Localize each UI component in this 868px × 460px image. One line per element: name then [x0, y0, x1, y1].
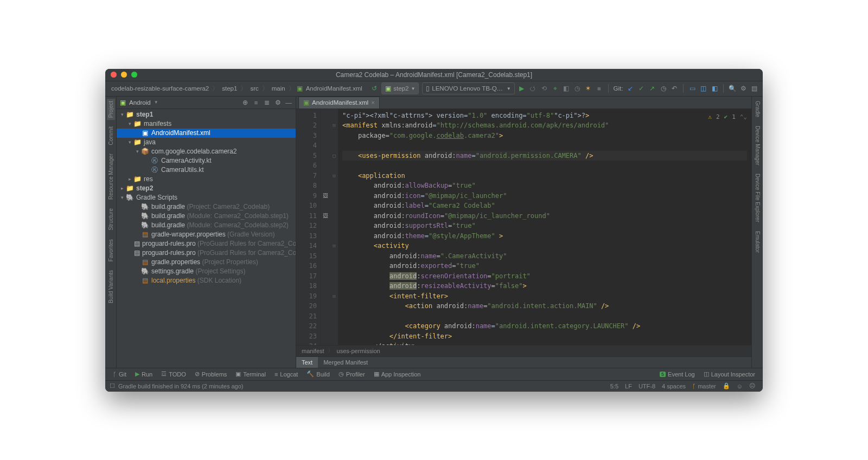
git-branch[interactable]: ᚴ master: [689, 383, 719, 389]
app-inspection-tool-button[interactable]: ▦App Inspection: [371, 370, 424, 378]
resource-manager-tool-button[interactable]: Resource Manager: [107, 151, 115, 202]
collapse-all-icon[interactable]: ≣: [263, 99, 271, 106]
project-tree[interactable]: ▾📁step1 ▾📁manifests ▣AndroidManifest.xml…: [117, 109, 296, 368]
file-node[interactable]: build.gradle: [151, 203, 185, 210]
resource-manager-icon[interactable]: ◧: [711, 84, 718, 93]
run-config-dropdown[interactable]: ▣ step2 ▼: [381, 82, 419, 94]
sdk-manager-icon[interactable]: ◫: [699, 84, 707, 93]
module-node[interactable]: step2: [136, 184, 153, 192]
device-manager-tool-button[interactable]: Device Manager: [754, 124, 762, 168]
folder-node[interactable]: res: [144, 175, 153, 183]
settings-icon[interactable]: ⚙: [739, 84, 747, 93]
select-opened-file-icon[interactable]: ⊕: [241, 99, 249, 106]
maximize-window-button[interactable]: [131, 72, 137, 78]
branch-icon: ᚴ: [113, 371, 117, 378]
close-tab-icon[interactable]: ×: [371, 99, 374, 106]
file-node[interactable]: CameraActivity.kt: [161, 157, 211, 164]
run-tool-button[interactable]: ▶Run: [132, 370, 156, 378]
file-node[interactable]: gradle-wrapper.properties: [151, 231, 226, 238]
expand-all-icon[interactable]: ≡: [252, 99, 260, 106]
breadcrumb-item[interactable]: src: [248, 85, 260, 92]
file-node[interactable]: gradle.properties: [151, 258, 200, 266]
attach-debugger-icon[interactable]: ✶: [584, 84, 592, 93]
breadcrumb-item[interactable]: codelab-resizable-surface-camera2: [110, 85, 210, 92]
gradle-scripts-node[interactable]: Gradle Scripts: [136, 194, 177, 201]
profiler-tool-button[interactable]: ◷Profiler: [335, 370, 368, 378]
gradle-tool-button[interactable]: Gradle: [754, 99, 762, 119]
commit-tool-button[interactable]: Commit: [107, 124, 115, 147]
account-icon[interactable]: ▤: [751, 84, 758, 93]
logcat-tool-button[interactable]: ≡Logcat: [271, 371, 301, 378]
editor-tab[interactable]: ▣ AndroidManifest.xml ×: [298, 97, 380, 108]
build-variants-tool-button[interactable]: Build Variants: [107, 268, 115, 305]
file-node[interactable]: build.gradle: [151, 212, 185, 220]
coverage-icon[interactable]: ◧: [562, 84, 570, 93]
git-tool-button[interactable]: ᚴGit: [110, 371, 130, 378]
debug-button[interactable]: ⌖: [551, 84, 559, 93]
folder-node[interactable]: java: [144, 138, 156, 146]
minimize-window-button[interactable]: [121, 72, 127, 78]
file-node[interactable]: local.properties: [151, 277, 195, 284]
emulator-tool-button[interactable]: Emulator: [754, 229, 762, 255]
todo-tool-button[interactable]: ☲TODO: [158, 370, 189, 378]
lock-icon[interactable]: 🔒: [719, 382, 733, 389]
apply-code-icon[interactable]: ⟲: [540, 84, 547, 93]
main-toolbar: codelab-resizable-surface-camera2〉 step1…: [105, 81, 763, 97]
build-tool-button[interactable]: 🔨Build: [303, 370, 333, 378]
module-node[interactable]: step1: [136, 111, 153, 118]
chevron-up-down-icon[interactable]: ⌃⌄: [740, 112, 747, 123]
device-label: LENOVO Lenovo TB-Q706F-DPP: [432, 85, 504, 92]
line-separator[interactable]: LF: [622, 383, 635, 389]
code-content[interactable]: "c-pi"><?xml"c-attrns"> version="1.0" en…: [338, 109, 751, 345]
file-node[interactable]: build.gradle: [151, 221, 185, 229]
sync-gradle-icon[interactable]: ↺: [371, 84, 378, 93]
caret-position[interactable]: 5:5: [607, 383, 622, 389]
search-everywhere-icon[interactable]: 🔍: [729, 84, 736, 93]
file-node[interactable]: CameraUtils.kt: [161, 166, 204, 174]
project-view-dropdown[interactable]: Android: [129, 99, 151, 106]
hide-panel-icon[interactable]: —: [285, 99, 292, 106]
breadcrumb-item[interactable]: step1: [220, 85, 239, 92]
terminal-tool-button[interactable]: ▣Terminal: [232, 370, 269, 378]
favorites-tool-button[interactable]: Favorites: [107, 237, 115, 264]
avd-manager-icon[interactable]: ▭: [688, 84, 696, 93]
file-node[interactable]: proguard-rules.pro: [142, 249, 196, 257]
structure-tool-button[interactable]: Structure: [107, 206, 115, 233]
git-commit-icon[interactable]: ✓: [637, 84, 645, 93]
file-encoding[interactable]: UTF-8: [635, 383, 659, 389]
close-window-button[interactable]: [111, 72, 117, 78]
apply-changes-icon[interactable]: ⭯: [529, 84, 537, 93]
layout-inspector-button[interactable]: ◫Layout Inspector: [700, 370, 758, 378]
git-update-icon[interactable]: ↙: [626, 84, 634, 93]
problems-tool-button[interactable]: ⊘Problems: [192, 370, 230, 378]
text-tab[interactable]: Text: [296, 357, 318, 368]
file-node[interactable]: proguard-rules.pro: [142, 240, 196, 247]
folder-node[interactable]: manifests: [144, 120, 171, 127]
code-editor[interactable]: 123456789101112131415161718192021222324 …: [296, 109, 751, 345]
file-node[interactable]: settings.gradle: [151, 267, 194, 275]
ide-errors-icon[interactable]: ☹: [746, 382, 758, 389]
device-dropdown[interactable]: ▯ LENOVO Lenovo TB-Q706F-DPP ▼: [422, 82, 514, 94]
breadcrumb-item[interactable]: manifest: [302, 348, 324, 354]
git-rollback-icon[interactable]: ↶: [671, 84, 678, 93]
merged-manifest-tab[interactable]: Merged Manifest: [318, 357, 373, 368]
icon-gutter: 🖼🖼: [321, 109, 330, 345]
profile-icon[interactable]: ◷: [573, 84, 581, 93]
inspections-widget[interactable]: ⚠2 ✔1 ⌃⌄: [708, 112, 747, 123]
git-label: Git:: [614, 85, 623, 92]
device-file-explorer-tool-button[interactable]: Device File Explorer: [754, 171, 762, 224]
event-log-button[interactable]: 5Event Log: [656, 371, 698, 378]
memory-indicator[interactable]: ☺: [733, 383, 746, 389]
breadcrumb-item[interactable]: AndroidManifest.xml: [304, 85, 364, 92]
file-node[interactable]: AndroidManifest.xml: [151, 129, 210, 137]
run-button[interactable]: ▶: [518, 84, 526, 93]
git-history-icon[interactable]: ◷: [660, 84, 667, 93]
package-node[interactable]: com.google.codelab.camera2: [151, 148, 237, 155]
breadcrumb-item[interactable]: uses-permission: [337, 348, 380, 354]
breadcrumb-item[interactable]: main: [270, 85, 287, 92]
git-push-icon[interactable]: ↗: [648, 84, 656, 93]
indent-settings[interactable]: 4 spaces: [659, 383, 689, 389]
project-tool-button[interactable]: Project: [107, 99, 115, 120]
panel-settings-icon[interactable]: ⚙: [274, 99, 282, 106]
stop-button[interactable]: ■: [595, 84, 603, 93]
